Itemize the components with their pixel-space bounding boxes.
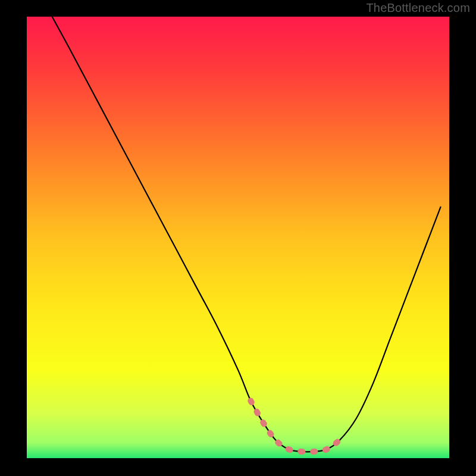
- bottleneck-chart: [0, 0, 476, 476]
- watermark-text: TheBottleneck.com: [366, 1, 470, 15]
- gradient-background: [27, 17, 449, 458]
- chart-frame: TheBottleneck.com: [0, 0, 476, 476]
